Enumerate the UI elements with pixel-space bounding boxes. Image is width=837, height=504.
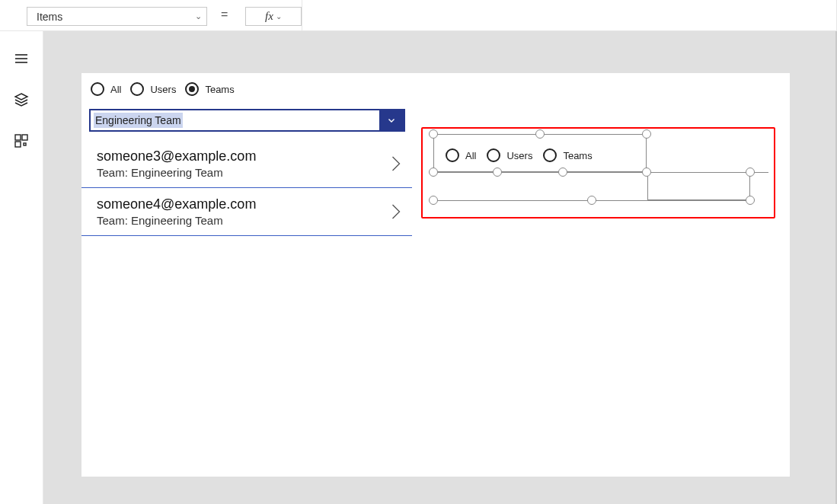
resize-handle[interactable] [642,129,651,139]
property-dropdown[interactable]: Items ⌄ [27,7,207,26]
radio-icon [130,82,144,96]
team-dropdown[interactable]: Engineering Team [89,109,405,132]
svg-rect-6 [15,142,21,147]
resize-handle[interactable] [429,167,438,177]
svg-marker-3 [15,94,27,100]
list-item-email: someone3@example.com [97,148,256,164]
list-item-email: someone4@example.com [97,196,256,212]
team-dropdown-value: Engineering Team [91,110,379,130]
formula-input[interactable] [302,0,837,30]
svg-rect-4 [15,135,21,140]
radio-icon [185,82,199,96]
designer-subframe [647,172,750,200]
radio-all[interactable]: All [91,82,121,96]
radio-icon [91,82,104,96]
components-icon[interactable] [14,133,29,148]
resize-handle[interactable] [493,167,502,177]
results-list: someone3@example.com Team: Engineering T… [81,140,412,236]
chevron-down-icon: ⌄ [276,12,282,21]
team-dropdown-button[interactable] [379,110,404,130]
workspace: All Users Teams Engineering Team [0,31,837,504]
designer-subframe [433,134,647,172]
resize-handle[interactable] [429,129,438,139]
canvas-area[interactable]: All Users Teams Engineering Team [43,31,837,504]
chevron-down-icon: ⌄ [195,11,202,21]
fx-button[interactable]: fx ⌄ [245,7,302,26]
radio-users[interactable]: Users [130,82,176,96]
resize-handle[interactable] [429,196,438,205]
radio-label: Teams [205,84,234,95]
radio-teams[interactable]: Teams [185,82,234,96]
svg-rect-5 [22,135,27,140]
radio-label: All [110,84,121,95]
list-item-teamline: Team: Engineering Team [97,214,256,227]
chevron-down-icon [386,115,397,126]
resize-handle[interactable] [642,167,651,177]
chevron-right-icon [389,201,403,222]
layers-icon[interactable] [14,92,29,107]
equals-label: = [221,8,228,21]
list-item[interactable]: someone3@example.com Team: Engineering T… [81,140,412,188]
fx-icon: fx [265,10,273,23]
resize-handle[interactable] [587,196,596,205]
app-screen[interactable]: All Users Teams Engineering Team [81,73,790,477]
resize-handle[interactable] [535,129,545,139]
formula-bar: Items ⌄ = fx ⌄ [0,0,837,31]
left-sidebar [0,31,43,504]
property-dropdown-value: Items [37,11,62,23]
list-item[interactable]: someone4@example.com Team: Engineering T… [81,188,412,236]
resize-handle[interactable] [746,196,755,205]
chevron-right-icon [389,153,403,174]
filter-radio-group: All Users Teams [91,82,235,96]
radio-label: Users [150,84,176,95]
selected-control-frame[interactable]: All Users Teams [421,127,775,219]
resize-handle[interactable] [746,167,755,177]
resize-handle[interactable] [558,167,567,177]
hamburger-menu-icon[interactable] [14,51,29,66]
list-item-teamline: Team: Engineering Team [97,166,256,179]
svg-rect-7 [24,143,26,145]
